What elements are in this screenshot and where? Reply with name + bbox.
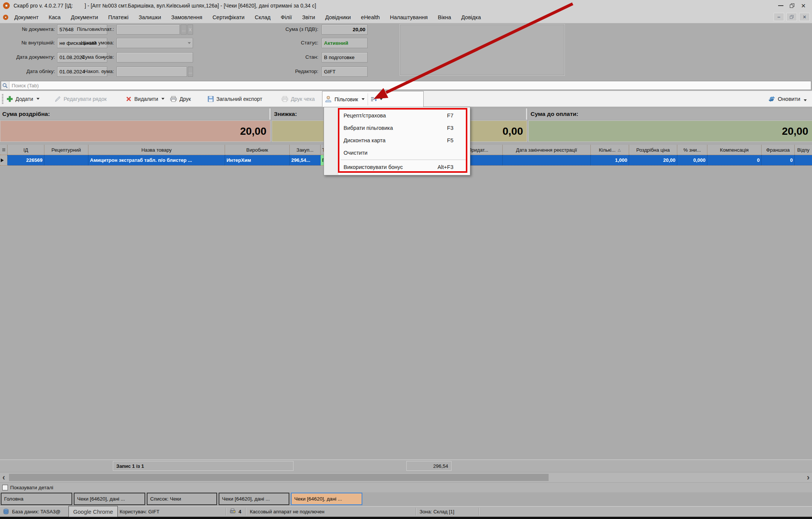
column-header-id[interactable]: ІД — [8, 145, 44, 155]
delete-dropdown-icon[interactable] — [161, 98, 164, 100]
column-header-registration-end[interactable]: Дата закінчення реєстрації — [503, 145, 591, 155]
combo-dropdown-icon[interactable] — [188, 42, 191, 44]
print-button[interactable]: Друк — [170, 91, 191, 107]
total-with-vat-field: 20,00 — [322, 24, 368, 35]
tab-checks-2[interactable]: Чеки [64620], дані ... — [219, 493, 289, 505]
menu-windows[interactable]: Вікна — [438, 14, 451, 20]
add-dropdown-icon[interactable] — [36, 98, 40, 100]
menu-ehealth[interactable]: eHealth — [361, 14, 380, 20]
search-row — [0, 80, 812, 91]
menu-warehouse[interactable]: Склад — [255, 14, 271, 20]
menu-branches[interactable]: Філії — [281, 14, 292, 20]
edit-row-button[interactable]: Редагувати рядок — [55, 91, 106, 107]
beneficiary-payer-label: Пільговик/плат.: — [58, 26, 114, 32]
column-header-retail-price[interactable]: Роздрібна ціна — [629, 145, 677, 155]
pencil-icon — [55, 96, 61, 102]
column-header-recipe[interactable]: Рецептурний — [44, 145, 88, 155]
cell-compensation: 0 — [707, 155, 762, 166]
horizontal-scrollbar[interactable]: ‹ › — [0, 473, 812, 482]
restore-button[interactable] — [786, 1, 798, 10]
cell-franchise: 0 — [762, 155, 795, 166]
account-date-label: Дата обліку: — [0, 68, 55, 74]
refresh-button[interactable]: Оновити — [768, 91, 807, 107]
mdi-restore-button[interactable] — [786, 13, 797, 21]
cell-quantity: 1,000 — [591, 155, 629, 166]
tab-checks-1[interactable]: Чеки [64620], дані ... — [74, 493, 145, 505]
retail-sum-value: 20,00 — [0, 120, 271, 142]
column-header-franchise[interactable]: Франшиза — [762, 145, 795, 155]
scrollbar-thumb[interactable] — [9, 474, 549, 481]
database-name: База даних: TASA3@ — [12, 509, 61, 514]
column-header-dispense[interactable]: Відпу — [795, 145, 812, 155]
mdi-minimize-button[interactable]: – — [774, 13, 784, 21]
cell-purchase: 296,54... — [290, 155, 321, 166]
accumulated-sum-field[interactable] — [117, 67, 187, 77]
cell-dispense — [795, 155, 812, 166]
menu-payments[interactable]: Платежі — [108, 14, 129, 20]
beneficiary-lookup-button[interactable]: … — [181, 24, 187, 35]
beneficiary-clear-button[interactable]: X — [187, 24, 193, 35]
beneficiary-payer-field[interactable] — [117, 24, 180, 35]
column-header-purchase[interactable]: Закуп... — [290, 145, 321, 155]
column-header-expiry[interactable]: Придат... — [467, 145, 503, 155]
accumulated-sum-lookup-button[interactable]: … — [188, 67, 193, 77]
search-box[interactable] — [1, 81, 811, 90]
search-icon — [1, 81, 9, 90]
document-menu-icon — [3, 15, 8, 20]
statusbar-separator — [479, 508, 479, 516]
column-header-discount-pct[interactable]: % зни... — [677, 145, 707, 155]
delete-button[interactable]: Видалити — [126, 91, 164, 107]
cell-recipe — [44, 155, 88, 166]
tab-checks-active[interactable]: Чеки [64620], дані ... — [291, 493, 362, 505]
export-all-button[interactable]: Загальний експорт — [208, 91, 262, 107]
tab-check-list[interactable]: Список: Чеки — [147, 493, 217, 505]
menu-directories[interactable]: Довідники — [325, 14, 351, 20]
retail-sum-label: Сума роздрібна: — [0, 108, 271, 120]
scroll-right-icon[interactable]: › — [804, 473, 812, 482]
search-input[interactable] — [9, 83, 811, 88]
column-header-selector — [0, 145, 8, 155]
menu-stock[interactable]: Залишки — [139, 14, 161, 20]
menu-reports[interactable]: Звіти — [302, 14, 315, 20]
doc-date-label: Дата документу: — [0, 54, 55, 60]
close-button[interactable]: × — [798, 1, 809, 10]
menu-document[interactable]: Документ — [14, 14, 38, 20]
title-bar: Скарб pro v. 4.0.2.77 [ІД: ] - [Апт №003… — [0, 0, 812, 11]
menu-certificates[interactable]: Сертифікати — [213, 14, 245, 20]
user-name: Користувач: GIFT — [120, 509, 160, 514]
column-header-manufacturer[interactable]: Виробник — [225, 145, 290, 155]
column-header-product-name[interactable]: Назва товару — [88, 145, 225, 155]
menu-settings[interactable]: Налаштування — [390, 14, 427, 20]
price-condition-combobox[interactable] — [117, 38, 193, 48]
cell-registration-end — [503, 155, 591, 166]
overlay-window-label: Google Chrome — [68, 506, 118, 517]
red-x-icon — [126, 96, 132, 102]
beneficiary-button[interactable]: Пільговик — [322, 93, 368, 106]
status-value-badge: Активний — [322, 38, 368, 48]
state-label: Стан: — [263, 54, 318, 60]
sort-asc-icon: △ — [618, 148, 621, 152]
add-button[interactable]: Додати — [7, 91, 40, 107]
sort-button[interactable] — [368, 93, 385, 105]
sort-dropdown-icon — [380, 98, 383, 100]
mdi-close-button[interactable]: × — [799, 13, 810, 21]
minimize-button[interactable] — [775, 1, 786, 10]
column-header-quantity[interactable]: Кількі...△ — [591, 145, 629, 155]
list-icon — [2, 148, 6, 152]
menu-kasa[interactable]: Каса — [49, 14, 61, 20]
database-icon — [3, 508, 9, 516]
show-details-checkbox[interactable] — [2, 485, 8, 490]
toolbar-drag-handle[interactable] — [2, 94, 3, 104]
refresh-dropdown-icon[interactable] — [804, 99, 807, 101]
menu-orders[interactable]: Замовлення — [171, 14, 202, 20]
tab-main[interactable]: Головна — [1, 493, 72, 505]
statusbar-separator — [226, 508, 226, 516]
background-window-strip — [0, 517, 812, 519]
column-header-compensation[interactable]: Компенсація — [707, 145, 762, 155]
statusbar-separator — [416, 508, 416, 516]
bonus-sum-field[interactable] — [117, 52, 193, 62]
menu-documents[interactable]: Документи — [71, 14, 98, 20]
print-receipt-button[interactable]: Друк чека — [281, 91, 315, 107]
menu-help[interactable]: Довідка — [461, 14, 481, 20]
scroll-left-icon[interactable]: ‹ — [0, 473, 8, 482]
